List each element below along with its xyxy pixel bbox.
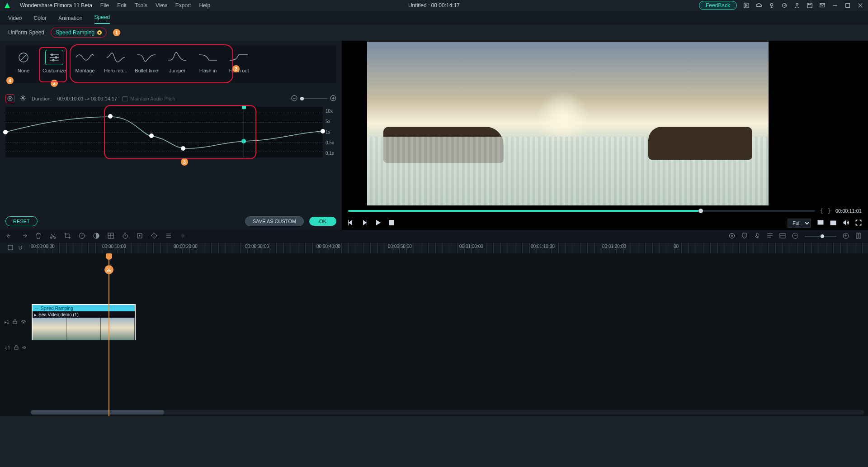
save-as-custom-button[interactable]: SAVE AS CUSTOM (245, 216, 304, 226)
tab-speed[interactable]: Speed (94, 11, 110, 24)
snapshot-icon[interactable] (830, 219, 836, 227)
tab-video[interactable]: Video (8, 12, 22, 24)
history-icon[interactable] (743, 2, 750, 9)
next-frame-button[interactable] (362, 220, 367, 227)
prev-frame-button[interactable] (348, 220, 354, 227)
duration-icon[interactable] (122, 233, 128, 240)
play-button[interactable] (375, 220, 381, 227)
stop-button[interactable] (389, 220, 394, 227)
ramp-keyframe[interactable] (3, 130, 8, 134)
ok-button[interactable]: OK (309, 217, 336, 226)
minimize-icon[interactable] (832, 2, 838, 9)
graph-zoom-slider[interactable] (300, 98, 327, 99)
preview-viewport[interactable] (367, 42, 769, 205)
delete-icon[interactable] (35, 233, 42, 240)
marker-shield-icon[interactable] (741, 233, 748, 240)
save-icon[interactable] (807, 2, 813, 9)
tracklist-icon[interactable] (767, 233, 773, 240)
adjust-icon[interactable] (165, 233, 172, 240)
audio-wave-icon[interactable] (180, 233, 186, 240)
fullscreen-icon[interactable] (855, 219, 862, 227)
menu-export[interactable]: Export (175, 2, 191, 9)
menu-view[interactable]: View (156, 2, 167, 9)
track-lock-icon[interactable] (13, 319, 17, 325)
zoom-in-graph-icon[interactable] (330, 95, 336, 102)
feedback-button[interactable]: FeedBack (699, 1, 737, 10)
playhead-split-icon[interactable] (104, 265, 113, 274)
menu-file[interactable]: File (100, 2, 109, 9)
graph-y-axis-labels: 10x 5x 1x 0.5x 0.1x (323, 107, 336, 157)
volume-icon[interactable] (843, 219, 849, 227)
cloud-icon[interactable] (756, 2, 762, 9)
preview-quality-select[interactable]: Full (788, 219, 811, 228)
ramp-keyframe[interactable] (108, 114, 113, 119)
preset-customize[interactable]: Customize 2 (41, 50, 68, 79)
reset-button[interactable]: RESET (5, 216, 38, 226)
ramp-keyframe-active[interactable] (241, 139, 246, 143)
greenscreen-icon[interactable] (108, 233, 114, 240)
ramp-keyframe[interactable] (181, 146, 185, 151)
mail-icon[interactable] (819, 2, 826, 9)
timeline-ruler[interactable]: 00:00:00:00 00:00:10:00 00:00:20:00 00:0… (31, 243, 868, 253)
tab-color[interactable]: Color (33, 12, 47, 24)
track-manage-icon[interactable] (8, 245, 13, 252)
ruler-label: 00:00:40:00 (316, 244, 340, 249)
freeze-frame-icon[interactable] (20, 95, 26, 102)
track-mute-icon[interactable] (22, 345, 27, 351)
mixer-icon[interactable] (729, 233, 735, 240)
keyframe-icon[interactable] (151, 233, 157, 240)
zoom-in-timeline-icon[interactable] (843, 233, 849, 240)
crop-icon[interactable] (64, 233, 71, 240)
callout-badge-4: 4 (6, 77, 14, 84)
preview-scrubber[interactable] (348, 210, 815, 212)
close-icon[interactable] (857, 2, 863, 9)
display-mode-icon[interactable] (817, 219, 824, 227)
preset-flashin[interactable]: Flash in (194, 50, 222, 79)
zoom-fit-icon[interactable] (855, 233, 862, 240)
redo-icon[interactable] (21, 233, 27, 240)
preset-hero[interactable]: Hero mo... (102, 50, 129, 79)
color-icon[interactable] (93, 233, 99, 240)
maximize-icon[interactable] (844, 2, 851, 9)
mark-out-icon[interactable]: } (828, 208, 831, 214)
voiceover-icon[interactable] (754, 233, 760, 240)
preset-bullet[interactable]: Bullet time (133, 50, 160, 79)
add-keyframe-button[interactable] (5, 94, 14, 103)
lightbulb-icon[interactable] (769, 2, 775, 9)
tab-animation[interactable]: Animation (58, 12, 82, 24)
speed-ramp-graph[interactable] (5, 107, 323, 157)
preset-bullet-label: Bullet time (134, 68, 159, 73)
menu-tools[interactable]: Tools (135, 2, 147, 9)
svg-point-17 (832, 222, 835, 224)
preset-none[interactable]: None (10, 50, 37, 79)
callout-badge-1: 1 (113, 29, 120, 36)
ramp-keyframe[interactable] (149, 133, 154, 138)
layout-icon[interactable] (779, 233, 786, 240)
graph-playhead[interactable] (244, 107, 244, 157)
preset-jumper[interactable]: Jumper (164, 50, 191, 79)
split-icon[interactable] (50, 233, 56, 240)
subtab-uniform-speed[interactable]: Uniform Speed (8, 29, 44, 36)
timeline-scrollbar[interactable] (31, 410, 864, 415)
undo-icon[interactable] (6, 233, 13, 240)
detect-icon[interactable] (137, 233, 143, 240)
timeline-zoom-slider[interactable] (805, 236, 836, 237)
timeline-playhead[interactable] (108, 253, 109, 416)
snap-icon[interactable] (18, 245, 23, 252)
support-icon[interactable] (781, 2, 788, 9)
zoom-out-graph-icon[interactable] (291, 95, 297, 102)
menu-edit[interactable]: Edit (117, 2, 127, 9)
maintain-pitch-checkbox[interactable] (123, 96, 127, 101)
video-clip[interactable]: 〰Speed Ramping ▸Sea Video demo (1) (32, 304, 136, 340)
track-lock-icon[interactable] (14, 345, 19, 351)
menu-help[interactable]: Help (199, 2, 210, 9)
account-icon[interactable] (794, 2, 800, 9)
speed-icon[interactable] (79, 233, 85, 240)
subtab-speed-ramping[interactable]: Speed Ramping ▾ (51, 28, 107, 38)
ramp-keyframe[interactable] (321, 129, 325, 133)
zoom-out-timeline-icon[interactable] (792, 233, 798, 240)
track-visibility-icon[interactable] (21, 319, 26, 325)
preset-montage[interactable]: Montage (71, 50, 99, 79)
preset-flashout[interactable]: Flash out (225, 50, 252, 79)
mark-in-icon[interactable]: { (820, 208, 823, 214)
